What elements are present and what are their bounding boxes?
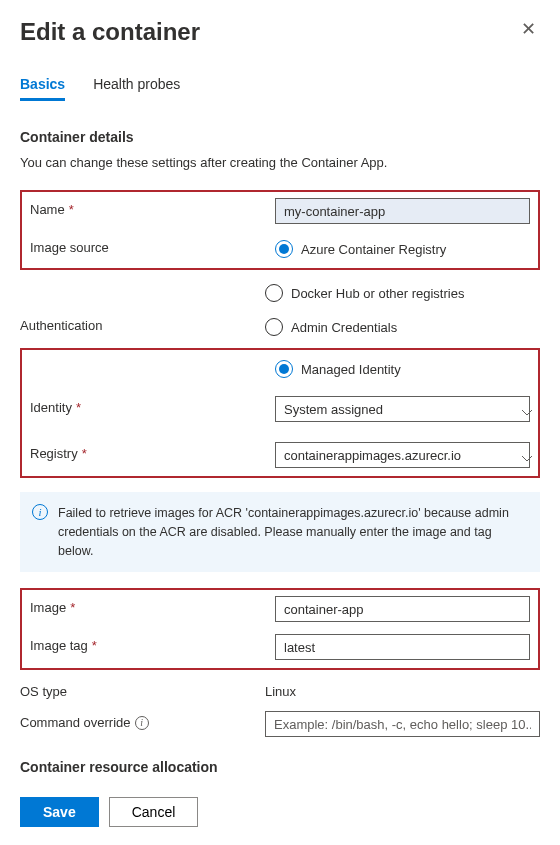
section-container-details: Container details [20,129,540,145]
label-name: Name* [30,198,275,217]
section-resource-allocation: Container resource allocation [20,759,540,775]
radio-managed[interactable]: Managed Identity [275,356,530,382]
info-icon[interactable]: i [135,716,149,730]
dialog-title: Edit a container [20,18,200,46]
tab-bar: Basics Health probes [20,76,540,101]
close-icon[interactable]: ✕ [517,18,540,40]
radio-icon [265,318,283,336]
highlight-image-tag: Image* Image tag* [20,588,540,670]
label-authentication: Authentication [20,314,265,333]
label-image-tag: Image tag* [30,634,275,653]
radio-icon [275,240,293,258]
label-identity: Identity* [30,396,275,415]
command-override-input[interactable] [265,711,540,737]
image-tag-input[interactable] [275,634,530,660]
label-image-source: Image source [30,236,275,255]
os-type-value: Linux [265,680,540,699]
name-input[interactable] [275,198,530,224]
label-image: Image* [30,596,275,615]
image-input[interactable] [275,596,530,622]
label-command-override: Command override i [20,711,265,730]
radio-icon [275,360,293,378]
info-banner: i Failed to retrieve images for ACR 'con… [20,492,540,572]
info-icon: i [32,504,48,520]
radio-admin[interactable]: Admin Credentials [265,314,540,340]
highlight-auth-identity-registry: Managed Identity Identity* System assign… [20,348,540,478]
radio-docker[interactable]: Docker Hub or other registries [265,280,540,306]
registry-select[interactable]: containerappimages.azurecr.io [275,442,530,468]
tab-health-probes[interactable]: Health probes [93,76,180,101]
highlight-name-imagesource: Name* Image source Azure Container Regis… [20,190,540,270]
tab-basics[interactable]: Basics [20,76,65,101]
label-registry: Registry* [30,442,275,461]
radio-icon [265,284,283,302]
cancel-button[interactable]: Cancel [109,797,199,827]
radio-acr[interactable]: Azure Container Registry [275,236,530,262]
label-os-type: OS type [20,680,265,699]
save-button[interactable]: Save [20,797,99,827]
section-desc: You can change these settings after crea… [20,155,540,170]
identity-select[interactable]: System assigned [275,396,530,422]
